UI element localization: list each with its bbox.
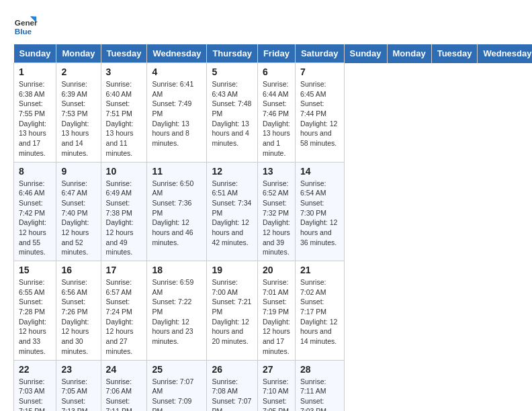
calendar-week-row: 22Sunrise: 7:03 AM Sunset: 7:15 PM Dayli…: [14, 360, 533, 411]
calendar-cell: 21Sunrise: 7:02 AM Sunset: 7:17 PM Dayli…: [295, 261, 344, 361]
day-number: 23: [61, 364, 95, 375]
calendar-cell: 22Sunrise: 7:03 AM Sunset: 7:15 PM Dayli…: [14, 360, 56, 411]
day-info: Sunrise: 6:40 AM Sunset: 7:51 PM Dayligh…: [106, 79, 142, 158]
day-number: 5: [212, 66, 253, 77]
calendar-cell: 27Sunrise: 7:10 AM Sunset: 7:05 PM Dayli…: [257, 360, 295, 411]
day-info: Sunrise: 6:45 AM Sunset: 7:44 PM Dayligh…: [300, 79, 339, 148]
day-number: 17: [106, 265, 142, 275]
day-number: 11: [152, 166, 202, 177]
day-number: 27: [263, 364, 290, 375]
day-info: Sunrise: 6:56 AM Sunset: 7:26 PM Dayligh…: [61, 277, 95, 357]
day-info: Sunrise: 6:44 AM Sunset: 7:46 PM Dayligh…: [263, 79, 290, 158]
weekday-header-monday: Monday: [56, 44, 101, 63]
day-number: 13: [263, 166, 290, 177]
day-number: 22: [19, 364, 51, 375]
day-info: Sunrise: 7:10 AM Sunset: 7:05 PM Dayligh…: [263, 377, 290, 412]
day-info: Sunrise: 6:52 AM Sunset: 7:32 PM Dayligh…: [263, 179, 290, 258]
day-info: Sunrise: 7:02 AM Sunset: 7:17 PM Dayligh…: [300, 277, 339, 347]
weekday-header-monday: Monday: [387, 44, 431, 63]
calendar-cell: 16Sunrise: 6:56 AM Sunset: 7:26 PM Dayli…: [56, 261, 101, 361]
day-info: Sunrise: 6:59 AM Sunset: 7:22 PM Dayligh…: [152, 277, 202, 347]
day-number: 18: [152, 265, 202, 275]
day-number: 26: [212, 364, 253, 375]
page-header: General Blue: [13, 13, 519, 38]
calendar-cell: 1Sunrise: 6:38 AM Sunset: 7:55 PM Daylig…: [14, 63, 56, 163]
day-info: Sunrise: 7:08 AM Sunset: 7:07 PM Dayligh…: [212, 377, 253, 412]
day-info: Sunrise: 7:03 AM Sunset: 7:15 PM Dayligh…: [19, 377, 51, 412]
day-info: Sunrise: 6:47 AM Sunset: 7:40 PM Dayligh…: [61, 179, 95, 258]
day-number: 6: [263, 66, 290, 77]
calendar-cell: 19Sunrise: 7:00 AM Sunset: 7:21 PM Dayli…: [207, 261, 258, 361]
calendar-cell: 12Sunrise: 6:51 AM Sunset: 7:34 PM Dayli…: [207, 162, 258, 261]
day-info: Sunrise: 6:54 AM Sunset: 7:30 PM Dayligh…: [300, 179, 339, 248]
weekday-header-wednesday: Wednesday: [478, 44, 532, 63]
day-number: 9: [61, 166, 95, 177]
day-number: 14: [300, 166, 339, 177]
day-number: 4: [152, 66, 202, 77]
calendar-cell: 10Sunrise: 6:49 AM Sunset: 7:38 PM Dayli…: [101, 162, 147, 261]
day-info: Sunrise: 6:39 AM Sunset: 7:53 PM Dayligh…: [61, 79, 95, 158]
day-info: Sunrise: 7:06 AM Sunset: 7:11 PM Dayligh…: [106, 377, 142, 412]
day-number: 24: [106, 364, 142, 375]
calendar-week-row: 15Sunrise: 6:55 AM Sunset: 7:28 PM Dayli…: [14, 261, 533, 361]
day-number: 8: [19, 166, 51, 177]
day-number: 20: [263, 265, 290, 275]
weekday-header-friday: Friday: [257, 44, 295, 63]
svg-text:Blue: Blue: [15, 27, 32, 36]
calendar-cell: 9Sunrise: 6:47 AM Sunset: 7:40 PM Daylig…: [56, 162, 101, 261]
day-info: Sunrise: 6:50 AM Sunset: 7:36 PM Dayligh…: [152, 179, 202, 248]
calendar-cell: 13Sunrise: 6:52 AM Sunset: 7:32 PM Dayli…: [257, 162, 295, 261]
day-number: 16: [61, 265, 95, 275]
day-info: Sunrise: 7:11 AM Sunset: 7:03 PM Dayligh…: [300, 377, 339, 412]
day-info: Sunrise: 6:46 AM Sunset: 7:42 PM Dayligh…: [19, 179, 51, 258]
day-number: 28: [300, 364, 339, 375]
day-info: Sunrise: 7:05 AM Sunset: 7:13 PM Dayligh…: [61, 377, 95, 412]
day-info: Sunrise: 7:00 AM Sunset: 7:21 PM Dayligh…: [212, 277, 253, 347]
calendar-cell: 14Sunrise: 6:54 AM Sunset: 7:30 PM Dayli…: [295, 162, 344, 261]
day-number: 3: [106, 66, 142, 77]
calendar-cell: 8Sunrise: 6:46 AM Sunset: 7:42 PM Daylig…: [14, 162, 56, 261]
day-number: 1: [19, 66, 51, 77]
day-info: Sunrise: 6:57 AM Sunset: 7:24 PM Dayligh…: [106, 277, 142, 357]
calendar-cell: 25Sunrise: 7:07 AM Sunset: 7:09 PM Dayli…: [147, 360, 207, 411]
logo-icon: General Blue: [13, 13, 38, 38]
day-number: 2: [61, 66, 95, 77]
weekday-header-saturday: Saturday: [295, 44, 344, 63]
day-info: Sunrise: 6:41 AM Sunset: 7:49 PM Dayligh…: [152, 79, 202, 148]
day-number: 15: [19, 265, 51, 275]
day-number: 7: [300, 66, 339, 77]
calendar-cell: 26Sunrise: 7:08 AM Sunset: 7:07 PM Dayli…: [207, 360, 258, 411]
day-info: Sunrise: 6:43 AM Sunset: 7:48 PM Dayligh…: [212, 79, 253, 148]
day-number: 19: [212, 265, 253, 275]
day-number: 12: [212, 166, 253, 177]
calendar-cell: 5Sunrise: 6:43 AM Sunset: 7:48 PM Daylig…: [207, 63, 258, 163]
weekday-header-sunday: Sunday: [14, 44, 56, 63]
logo: General Blue: [13, 13, 38, 38]
calendar-table: SundayMondayTuesdayWednesdayThursdayFrid…: [13, 44, 532, 411]
calendar-cell: 28Sunrise: 7:11 AM Sunset: 7:03 PM Dayli…: [295, 360, 344, 411]
weekday-header-tuesday: Tuesday: [431, 44, 478, 63]
calendar-cell: 23Sunrise: 7:05 AM Sunset: 7:13 PM Dayli…: [56, 360, 101, 411]
calendar-week-row: 1Sunrise: 6:38 AM Sunset: 7:55 PM Daylig…: [14, 63, 533, 163]
calendar-cell: 18Sunrise: 6:59 AM Sunset: 7:22 PM Dayli…: [147, 261, 207, 361]
day-info: Sunrise: 6:49 AM Sunset: 7:38 PM Dayligh…: [106, 179, 142, 258]
calendar-header-row: SundayMondayTuesdayWednesdayThursdayFrid…: [14, 44, 533, 63]
calendar-cell: 20Sunrise: 7:01 AM Sunset: 7:19 PM Dayli…: [257, 261, 295, 361]
day-number: 10: [106, 166, 142, 177]
calendar-cell: 6Sunrise: 6:44 AM Sunset: 7:46 PM Daylig…: [257, 63, 295, 163]
weekday-header-sunday: Sunday: [344, 44, 387, 63]
day-info: Sunrise: 6:51 AM Sunset: 7:34 PM Dayligh…: [212, 179, 253, 248]
day-number: 21: [300, 265, 339, 275]
weekday-header-thursday: Thursday: [207, 44, 258, 63]
weekday-header-tuesday: Tuesday: [101, 44, 147, 63]
weekday-header-wednesday: Wednesday: [147, 44, 207, 63]
day-info: Sunrise: 7:01 AM Sunset: 7:19 PM Dayligh…: [263, 277, 290, 357]
calendar-cell: 3Sunrise: 6:40 AM Sunset: 7:51 PM Daylig…: [101, 63, 147, 163]
calendar-cell: 15Sunrise: 6:55 AM Sunset: 7:28 PM Dayli…: [14, 261, 56, 361]
calendar-week-row: 8Sunrise: 6:46 AM Sunset: 7:42 PM Daylig…: [14, 162, 533, 261]
calendar-cell: 4Sunrise: 6:41 AM Sunset: 7:49 PM Daylig…: [147, 63, 207, 163]
calendar-cell: 11Sunrise: 6:50 AM Sunset: 7:36 PM Dayli…: [147, 162, 207, 261]
day-info: Sunrise: 7:07 AM Sunset: 7:09 PM Dayligh…: [152, 377, 202, 412]
calendar-cell: 24Sunrise: 7:06 AM Sunset: 7:11 PM Dayli…: [101, 360, 147, 411]
calendar-cell: 2Sunrise: 6:39 AM Sunset: 7:53 PM Daylig…: [56, 63, 101, 163]
